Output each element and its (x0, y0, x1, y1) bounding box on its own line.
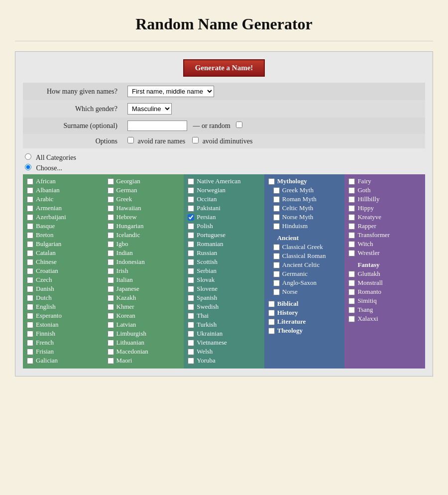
norse-myth-checkbox[interactable] (273, 214, 280, 221)
choose-option[interactable]: Choose... (25, 164, 425, 172)
frisian-checkbox[interactable] (27, 349, 33, 355)
vietnamese-checkbox[interactable] (188, 340, 194, 346)
tsang-checkbox[interactable] (348, 307, 355, 313)
slovene-checkbox[interactable] (188, 286, 194, 292)
rapper-checkbox[interactable] (348, 223, 355, 230)
armenian-checkbox[interactable] (27, 205, 33, 212)
fairy-checkbox[interactable] (348, 178, 355, 185)
all-categories-option[interactable]: All Categories (25, 153, 425, 162)
spanish-checkbox[interactable] (188, 295, 194, 301)
english-checkbox[interactable] (27, 304, 33, 310)
classical-greek-checkbox[interactable] (273, 244, 280, 250)
history-checkbox[interactable] (268, 310, 275, 316)
catalan-checkbox[interactable] (27, 250, 33, 256)
khmer-checkbox[interactable] (108, 304, 114, 310)
germanic-checkbox[interactable] (273, 271, 280, 277)
ancient-celtic-checkbox[interactable] (273, 262, 280, 268)
roman-myth-checkbox[interactable] (273, 196, 280, 203)
greek-myth-checkbox[interactable] (273, 187, 280, 194)
german-checkbox[interactable] (108, 187, 114, 194)
simitiq-checkbox[interactable] (348, 298, 355, 304)
latvian-checkbox[interactable] (108, 322, 114, 328)
danish-checkbox[interactable] (27, 286, 33, 292)
limburgish-checkbox[interactable] (108, 331, 114, 337)
maori-checkbox[interactable] (108, 358, 114, 364)
hawaiian-checkbox[interactable] (108, 205, 114, 212)
arabic-checkbox[interactable] (27, 196, 33, 203)
wrestler-checkbox[interactable] (348, 250, 355, 256)
celtic-myth-checkbox[interactable] (273, 205, 280, 212)
slovak-checkbox[interactable] (188, 277, 194, 283)
generate-button[interactable]: Generate a Name! (183, 59, 265, 77)
ukrainian-checkbox[interactable] (188, 331, 194, 337)
hungarian-checkbox[interactable] (108, 223, 114, 230)
monstrall-checkbox[interactable] (348, 280, 355, 286)
goth-checkbox[interactable] (348, 187, 355, 194)
welsh-checkbox[interactable] (188, 349, 194, 355)
hillbilly-checkbox[interactable] (348, 196, 355, 203)
classical-roman-checkbox[interactable] (273, 253, 280, 259)
scottish-checkbox[interactable] (188, 259, 194, 265)
hebrew-checkbox[interactable] (108, 214, 114, 221)
galician-checkbox[interactable] (27, 358, 33, 364)
avoid-rare-checkbox[interactable] (127, 137, 134, 143)
native-american-checkbox[interactable] (188, 178, 194, 185)
hippy-checkbox[interactable] (348, 205, 355, 212)
witch-checkbox[interactable] (348, 241, 355, 248)
estonian-checkbox[interactable] (27, 322, 33, 328)
basque-checkbox[interactable] (27, 223, 33, 230)
russian-checkbox[interactable] (188, 250, 194, 256)
theology-checkbox[interactable] (268, 328, 275, 334)
greek-checkbox[interactable] (108, 196, 114, 203)
indian-checkbox[interactable] (108, 250, 114, 256)
african-checkbox[interactable] (27, 178, 33, 185)
japanese-checkbox[interactable] (108, 286, 114, 292)
irish-checkbox[interactable] (108, 268, 114, 274)
persian-checkbox[interactable] (188, 214, 194, 221)
occitan-checkbox[interactable] (188, 196, 194, 203)
avoid-dim-checkbox[interactable] (192, 137, 199, 143)
french-checkbox[interactable] (27, 340, 33, 346)
biblical-checkbox[interactable] (268, 301, 275, 307)
yoruba-checkbox[interactable] (188, 358, 194, 364)
anglo-saxon-checkbox[interactable] (273, 280, 280, 286)
hinduism-checkbox[interactable] (273, 223, 280, 230)
polish-checkbox[interactable] (188, 223, 194, 230)
croatian-checkbox[interactable] (27, 268, 33, 274)
kreatyve-checkbox[interactable] (348, 214, 355, 221)
indonesian-checkbox[interactable] (108, 259, 114, 265)
romanto-checkbox[interactable] (348, 289, 355, 295)
portuguese-checkbox[interactable] (188, 232, 194, 239)
icelandic-checkbox[interactable] (108, 232, 114, 239)
mythology-checkbox[interactable] (268, 178, 275, 185)
surname-input[interactable] (127, 121, 187, 131)
turkish-checkbox[interactable] (188, 322, 194, 328)
all-categories-radio[interactable] (25, 153, 31, 160)
transformer-checkbox[interactable] (348, 232, 355, 239)
given-names-select[interactable]: First name only First name, middle name … (127, 86, 214, 97)
norse-ancient-checkbox[interactable] (273, 289, 280, 295)
czech-checkbox[interactable] (27, 277, 33, 283)
chinese-checkbox[interactable] (27, 259, 33, 265)
igbo-checkbox[interactable] (108, 241, 114, 248)
dutch-checkbox[interactable] (27, 295, 33, 301)
kazakh-checkbox[interactable] (108, 295, 114, 301)
bulgarian-checkbox[interactable] (27, 241, 33, 248)
romanian-checkbox[interactable] (188, 241, 194, 248)
breton-checkbox[interactable] (27, 232, 33, 239)
korean-checkbox[interactable] (108, 313, 114, 319)
swedish-checkbox[interactable] (188, 304, 194, 310)
literature-checkbox[interactable] (268, 319, 275, 325)
georgian-checkbox[interactable] (108, 178, 114, 185)
esperanto-checkbox[interactable] (27, 313, 33, 319)
pakistani-checkbox[interactable] (188, 205, 194, 212)
choose-radio[interactable] (25, 164, 31, 170)
thai-checkbox[interactable] (188, 313, 194, 319)
serbian-checkbox[interactable] (188, 268, 194, 274)
macedonian-checkbox[interactable] (108, 349, 114, 355)
italian-checkbox[interactable] (108, 277, 114, 283)
azerbaijani-checkbox[interactable] (27, 214, 33, 221)
gluttakh-checkbox[interactable] (348, 271, 355, 277)
xalaxxi-checkbox[interactable] (348, 316, 355, 322)
gender-select[interactable]: Masculine Feminine Either (127, 103, 172, 115)
